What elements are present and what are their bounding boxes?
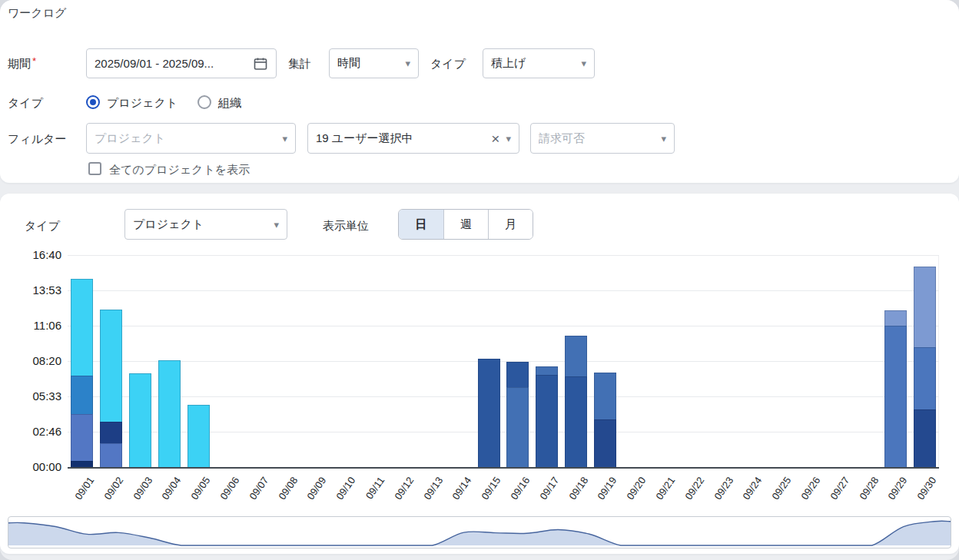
y-tick-label: 00:00: [12, 459, 61, 475]
bar-segment: [565, 336, 587, 376]
bar-09/29[interactable]: [884, 310, 907, 467]
y-tick-label: 08:20: [12, 353, 61, 369]
y-tick-label: 05:33: [12, 389, 61, 404]
aggregate-label: 集計: [288, 55, 311, 72]
chart-card: タイプ プロジェクト ▾ 表示単位 日 週 月 00:0002:4605:330…: [0, 194, 959, 554]
bar-09/04[interactable]: [158, 360, 181, 467]
stack-type-select[interactable]: 積上げ ▾: [483, 48, 595, 78]
unit-button-month[interactable]: 月: [488, 210, 533, 239]
bar-segment: [100, 443, 122, 467]
bar-segment: [100, 310, 122, 422]
chevron-down-icon: ▾: [506, 133, 511, 144]
x-axis-labels: 09/0109/0209/0309/0409/0509/0609/0709/08…: [68, 470, 939, 518]
bar-segment: [506, 362, 529, 387]
stack-type-label: タイプ: [430, 55, 466, 72]
bar-09/17[interactable]: [536, 366, 558, 467]
show-all-label: 全てのプロジェクトを表示: [109, 162, 250, 177]
bar-segment: [158, 360, 181, 467]
aggregate-select[interactable]: 時間 ▾: [329, 48, 419, 78]
unit-toggle-group: 日 週 月: [398, 209, 533, 240]
chevron-down-icon: ▾: [661, 133, 666, 144]
overview-area: [8, 517, 951, 548]
bar-segment: [187, 405, 210, 467]
bar-segment: [884, 310, 907, 326]
bar-segment: [914, 347, 936, 409]
bar-09/15[interactable]: [478, 359, 500, 467]
period-label: 期間*: [8, 55, 36, 73]
y-tick-label: 16:40: [12, 247, 61, 263]
radio-project-label: プロジェクト: [107, 94, 178, 111]
project-filter-placeholder: プロジェクト: [95, 131, 276, 146]
bar-09/02[interactable]: [100, 310, 122, 467]
billable-filter-placeholder: 請求可否: [539, 131, 655, 146]
bar-segment: [478, 359, 500, 467]
bar-segment: [594, 419, 616, 467]
page-title: ワークログ: [8, 5, 66, 22]
bar-segment: [884, 326, 907, 467]
bar-segment: [914, 267, 936, 347]
plot-area: [68, 255, 939, 469]
bar-09/18[interactable]: [565, 336, 587, 467]
overview-brush[interactable]: [8, 516, 951, 548]
bar-segment: [129, 373, 151, 467]
radio-organization[interactable]: [197, 95, 211, 109]
y-axis: 00:0002:4605:3308:2011:0613:5316:40: [12, 194, 61, 554]
bar-segment: [71, 376, 93, 414]
stack-type-value: 積上げ: [491, 56, 575, 71]
aggregate-value: 時間: [337, 56, 399, 71]
chevron-down-icon: ▾: [282, 133, 287, 144]
bar-09/30[interactable]: [914, 267, 936, 467]
project-filter-select[interactable]: プロジェクト ▾: [86, 123, 296, 154]
gridline: [68, 326, 939, 326]
required-asterisk: *: [32, 55, 36, 67]
bar-09/16[interactable]: [506, 362, 529, 467]
bar-09/01[interactable]: [71, 279, 93, 467]
radio-project[interactable]: [86, 95, 100, 109]
gridline: [68, 290, 939, 291]
chevron-down-icon: ▾: [274, 219, 279, 230]
bar-segment: [506, 387, 529, 467]
billable-filter-select[interactable]: 請求可否 ▾: [530, 123, 675, 154]
bar-09/05[interactable]: [187, 405, 210, 467]
bar-09/03[interactable]: [129, 373, 151, 467]
bar-segment: [536, 375, 558, 467]
bar-segment: [71, 279, 93, 376]
panel-type-select[interactable]: プロジェクト ▾: [124, 209, 287, 240]
gridline: [68, 361, 939, 362]
unit-button-day[interactable]: 日: [399, 210, 443, 239]
bar-segment: [914, 409, 936, 467]
chevron-down-icon: ▾: [405, 58, 410, 69]
period-input[interactable]: 2025/09/01 - 2025/09...: [86, 48, 277, 78]
y-tick-label: 13:53: [12, 283, 61, 298]
bar-segment: [536, 366, 558, 375]
bar-segment: [71, 414, 93, 461]
y-tick-label: 02:46: [12, 424, 61, 439]
y-tick-label: 11:06: [12, 318, 61, 333]
unit-label: 表示単位: [323, 217, 369, 234]
bar-09/19[interactable]: [594, 373, 616, 467]
bar-segment: [100, 422, 122, 443]
user-filter-select[interactable]: 19 ユーザー選択中 × ▾: [307, 123, 519, 154]
target-type-label: タイプ: [8, 94, 43, 111]
user-filter-value: 19 ユーザー選択中: [316, 131, 485, 146]
period-value: 2025/09/01 - 2025/09...: [95, 57, 247, 70]
filters-card: ワークログ 期間* 2025/09/01 - 2025/09... 集計 時間 …: [0, 0, 959, 183]
bar-segment: [565, 376, 587, 467]
clear-icon[interactable]: ×: [491, 131, 499, 146]
show-all-checkbox[interactable]: [88, 162, 101, 175]
chevron-down-icon: ▾: [581, 58, 586, 69]
panel-type-value: プロジェクト: [133, 217, 267, 232]
period-label-text: 期間: [8, 57, 31, 70]
radio-organization-label: 組織: [218, 94, 241, 111]
gridline: [68, 396, 939, 397]
unit-button-week[interactable]: 週: [443, 210, 488, 239]
bar-segment: [71, 461, 93, 467]
gridline: [68, 255, 939, 256]
filter-label: フィルター: [8, 131, 66, 147]
bar-segment: [594, 373, 616, 419]
calendar-icon[interactable]: [253, 56, 268, 71]
worklog-screen: ワークログ 期間* 2025/09/01 - 2025/09... 集計 時間 …: [0, 0, 959, 560]
